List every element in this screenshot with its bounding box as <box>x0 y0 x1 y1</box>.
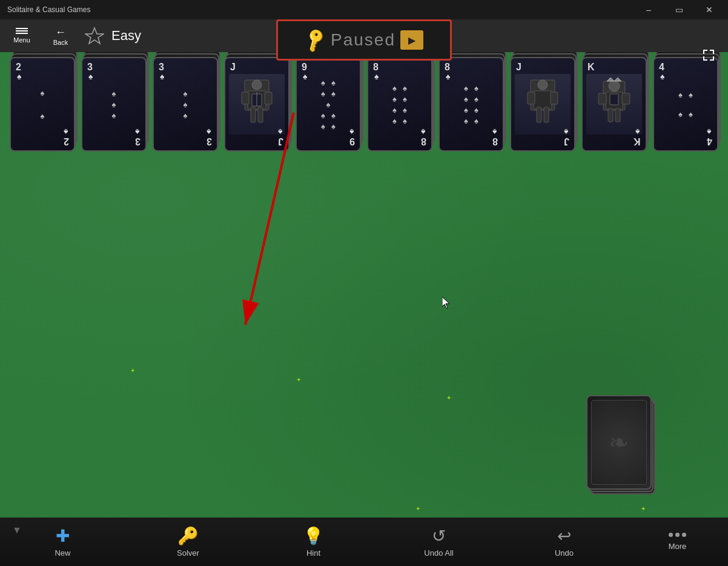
undo-label: Undo <box>555 548 574 558</box>
card-stack-9: K ♠ <box>581 57 647 151</box>
card-rank-bottom: 8 <box>421 136 426 147</box>
card-suit-bottom: ♠ <box>564 127 568 137</box>
close-button[interactable]: ✕ <box>695 0 723 19</box>
card-stack-6: 8 ♠ ♠♠ ♠♠ ♠♠ ♠♠ 8 ♠ <box>367 57 432 151</box>
playing-card[interactable]: 8 ♠ ♠♠ ♠♠ ♠♠ ♠♠ 8 ♠ <box>367 57 432 151</box>
svg-rect-7 <box>258 107 263 122</box>
svg-point-11 <box>538 80 548 90</box>
back-label: Back <box>53 39 68 46</box>
card-suit-bottom: ♠ <box>64 127 68 137</box>
card-rank-bottom: K <box>634 136 641 147</box>
card-suit-bottom: ♠ <box>421 127 425 137</box>
stock-pile[interactable] <box>590 400 655 494</box>
game-table: ✦ ✦ ✦ ✦ ✦ ✦ 2 ♠ ♠ ♠ 2 ♠ <box>0 52 728 525</box>
sparkle: ✦ <box>446 395 451 401</box>
hamburger-icon <box>16 28 28 29</box>
bottom-toolbar: ▼ ✚ New 🔑 Solver 💡 Hint ↺ Undo All ↩ Und… <box>0 518 728 566</box>
card-stack-8: J ♠ J ♠ <box>510 57 575 151</box>
menu-button[interactable]: Menu <box>5 21 39 50</box>
card-suit-bottom: ♠ <box>135 127 139 137</box>
svg-rect-24 <box>615 108 620 122</box>
card-stack-1: 2 ♠ ♠ ♠ 2 ♠ <box>10 57 75 151</box>
new-game-button[interactable]: ✚ New <box>33 521 93 563</box>
svg-rect-14 <box>551 92 558 104</box>
hint-icon: 💡 <box>303 526 324 546</box>
playing-card[interactable]: 3 ♠ ♠ ♠ ♠ 3 ♠ <box>81 57 147 151</box>
svg-rect-16 <box>544 107 549 122</box>
solver-button[interactable]: 🔑 Solver <box>158 521 219 563</box>
card-suit-bottom: ♠ <box>707 127 711 137</box>
undo-icon: ↩ <box>557 526 571 546</box>
svg-rect-15 <box>537 107 541 122</box>
more-dot <box>682 533 686 537</box>
more-button[interactable]: More <box>660 521 696 563</box>
undo-all-icon: ↺ <box>432 526 446 546</box>
sparkle: ✦ <box>641 505 646 512</box>
card-rank-bottom: J <box>278 136 283 147</box>
card-column-4: J ♠ <box>224 57 290 151</box>
card-column-5: 9 ♠ ♠♠ ♠♠ ♠ ♠♠ ♠♠ 9 ♠ <box>296 57 361 151</box>
hamburger-icon <box>16 33 28 34</box>
solver-label: Solver <box>177 548 199 558</box>
undo-all-label: Undo All <box>424 548 453 558</box>
restore-button[interactable]: ▭ <box>665 0 693 19</box>
game-icon <box>85 26 104 45</box>
playing-card-jack[interactable]: J ♠ J ♠ <box>510 57 575 151</box>
card-rank-bottom: J <box>564 136 569 147</box>
more-dot <box>675 533 680 537</box>
face-card-art <box>586 74 642 135</box>
play-button[interactable]: ▶ <box>400 30 423 50</box>
play-icon: ▶ <box>408 35 415 46</box>
svg-point-2 <box>252 80 262 90</box>
card-rank-bottom: 3 <box>135 136 141 147</box>
face-card-art <box>515 74 571 135</box>
minimize-button[interactable]: – <box>635 0 663 19</box>
playing-card[interactable]: 2 ♠ ♠ ♠ 2 ♠ <box>10 57 75 151</box>
card-stack-7: 8 ♠ ♠♠ ♠♠ ♠♠ ♠♠ 8 ♠ <box>438 57 504 151</box>
playing-card[interactable]: 8 ♠ ♠♠ ♠♠ ♠♠ ♠♠ 8 ♠ <box>438 57 504 151</box>
hint-button[interactable]: 💡 Hint <box>283 521 344 563</box>
card-stack-4: J ♠ <box>224 57 290 151</box>
card-rank-bottom: 8 <box>492 136 498 147</box>
playing-card-king[interactable]: K ♠ <box>581 57 647 151</box>
card-column-7: 8 ♠ ♠♠ ♠♠ ♠♠ ♠♠ 8 ♠ <box>438 57 504 151</box>
playing-card[interactable]: 9 ♠ ♠♠ ♠♠ ♠ ♠♠ ♠♠ 9 ♠ <box>296 57 361 151</box>
svg-rect-13 <box>528 92 535 104</box>
paused-text: Paused <box>331 30 395 50</box>
svg-rect-25 <box>610 94 618 105</box>
playing-card-jack[interactable]: J ♠ <box>224 57 290 151</box>
back-button[interactable]: ← Back <box>44 21 78 50</box>
stock-card-back <box>586 395 652 490</box>
svg-rect-22 <box>622 93 630 104</box>
card-rank-bottom: 9 <box>349 136 355 147</box>
svg-rect-21 <box>598 93 606 104</box>
svg-rect-23 <box>608 108 613 122</box>
card-column-6: 8 ♠ ♠♠ ♠♠ ♠♠ ♠♠ 8 ♠ <box>367 57 432 151</box>
card-column-3: 3 ♠ ♠ ♠ ♠ 3 ♠ <box>153 57 218 151</box>
key-icon: 🔑 <box>301 26 329 54</box>
svg-rect-12 <box>534 91 552 109</box>
svg-point-18 <box>609 81 620 92</box>
card-stack-3: 3 ♠ ♠ ♠ ♠ 3 ♠ <box>153 57 218 151</box>
more-dot <box>669 533 673 537</box>
undo-all-button[interactable]: ↺ Undo All <box>409 521 469 563</box>
card-rank-bottom: 3 <box>207 136 212 147</box>
playing-card[interactable]: 3 ♠ ♠ ♠ ♠ 3 ♠ <box>153 57 218 151</box>
cards-area: 2 ♠ ♠ ♠ 2 ♠ 3 ♠ <box>10 57 718 151</box>
app-title: Solitaire & Casual Games <box>7 5 90 14</box>
more-dots-icon <box>669 533 686 537</box>
title-bar: Solitaire & Casual Games – ▭ ✕ <box>0 0 728 19</box>
menu-label: Menu <box>13 36 30 44</box>
undo-button[interactable]: ↩ Undo <box>534 521 595 563</box>
sparkle: ✦ <box>130 367 135 374</box>
card-rank-bottom: 2 <box>64 136 69 147</box>
chevron-down-icon[interactable]: ▼ <box>12 525 22 536</box>
fullscreen-button[interactable] <box>694 39 723 72</box>
card-column-9: K ♠ <box>581 57 647 151</box>
card-suit-bottom: ♠ <box>635 127 640 137</box>
svg-rect-5 <box>265 92 272 104</box>
card-suit-bottom: ♠ <box>207 127 211 137</box>
more-label: More <box>669 542 687 551</box>
window-controls: – ▭ ✕ <box>635 0 723 19</box>
card-column-2: 3 ♠ ♠ ♠ ♠ 3 ♠ <box>81 57 147 151</box>
